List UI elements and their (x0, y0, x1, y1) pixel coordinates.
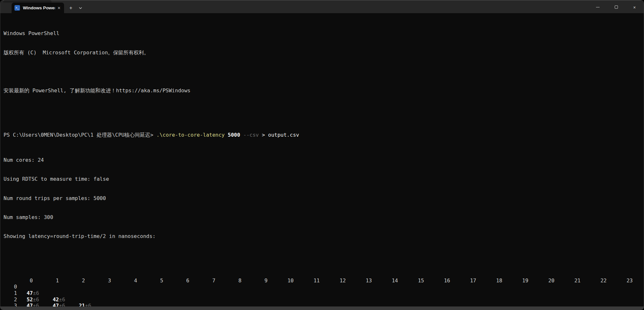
titlebar[interactable]: >_ Windows PowerShell ✕ + ✕ (0, 0, 644, 13)
matrix-corner (4, 278, 17, 284)
info-line: Num cores: 24 (4, 157, 644, 163)
minimize-button[interactable] (589, 1, 607, 14)
matrix-col-header: 7 (200, 278, 226, 284)
matrix-col-header: 14 (382, 278, 408, 284)
terminal-content: Windows PowerShell 版权所有 (C) Microsoft Co… (0, 13, 644, 306)
chevron-down-icon (79, 6, 82, 10)
matrix-col-header: 5 (147, 278, 174, 284)
command-flag: --csv (240, 132, 259, 138)
banner-line: 安装最新的 PowerShell, 了解新功能和改进！https://aka.m… (4, 87, 644, 94)
matrix-row: 0 (4, 284, 644, 290)
matrix-cell: 47±6 (17, 290, 43, 296)
info-line: Showing latency=round-trip-time/2 in nan… (4, 233, 644, 240)
command-line: PS C:\Users\0MEN\Desktop\PC\1 处理器\CPU核心间… (4, 132, 644, 138)
window-controls: ✕ (589, 1, 644, 14)
matrix-col-header: 21 (565, 278, 591, 284)
minimize-icon (596, 7, 600, 7)
matrix-col-header: 3 (95, 278, 121, 284)
matrix-col-header: 9 (252, 278, 278, 284)
blank-line (4, 106, 644, 113)
matrix-col-header: 19 (513, 278, 539, 284)
matrix-col-header: 0 (17, 278, 43, 284)
matrix-col-header: 1 (43, 278, 69, 284)
command-executable: .\core-to-core-latency (156, 132, 225, 138)
blank-line (4, 68, 644, 75)
matrix-col-header: 17 (460, 278, 487, 284)
info-line: Using RDTSC to measure time: false (4, 176, 644, 182)
matrix-col-header: 11 (304, 278, 330, 284)
matrix-col-header: 13 (356, 278, 382, 284)
matrix-col-header: 10 (278, 278, 304, 284)
matrix-row-label: 1 (4, 290, 17, 296)
powershell-icon: >_ (14, 5, 20, 11)
maximize-button[interactable] (607, 1, 625, 14)
new-tab-button[interactable]: + (66, 3, 76, 13)
banner-line: Windows PowerShell (4, 30, 644, 37)
matrix-col-header: 15 (408, 278, 434, 284)
matrix-col-header: 4 (121, 278, 147, 284)
tab-dropdown-button[interactable] (76, 3, 85, 13)
prompt-text: PS C:\Users\0MEN\Desktop\PC\1 处理器\CPU核心间… (4, 132, 156, 138)
matrix-col-header: 16 (434, 278, 460, 284)
matrix-row: 252±642±6 (4, 296, 644, 303)
matrix-row: 147±6 (4, 290, 644, 296)
banner-line: 版权所有 (C) Microsoft Corporation。保留所有权利。 (4, 50, 644, 56)
command-argument: 5000 (225, 132, 240, 138)
terminal-window: >_ Windows PowerShell ✕ + ✕ Windows Powe… (0, 0, 644, 310)
matrix-col-header: 20 (539, 278, 565, 284)
matrix-col-header: 2 (69, 278, 95, 284)
matrix-header-row: 01234567891011121314151617181920212223 (4, 278, 644, 284)
info-line: Num samples: 300 (4, 214, 644, 221)
tab-title: Windows PowerShell (23, 5, 55, 10)
window-bottom-edge (0, 306, 644, 310)
blank-line (4, 252, 644, 259)
close-button[interactable]: ✕ (625, 1, 644, 14)
matrix-col-header: 6 (174, 278, 200, 284)
error-margin: ±6 (33, 296, 39, 303)
tab-close-icon[interactable]: ✕ (57, 5, 61, 11)
latency-matrix: 0123456789101112131415161718192021222301… (4, 278, 644, 310)
error-margin: ±6 (33, 290, 39, 296)
matrix-col-header: 18 (487, 278, 513, 284)
matrix-col-header: 12 (330, 278, 356, 284)
matrix-cell: 42±6 (43, 296, 69, 303)
matrix-col-header: 22 (591, 278, 617, 284)
tab-windows-powershell[interactable]: >_ Windows PowerShell ✕ (12, 3, 64, 13)
background-window-artifact (3, 0, 52, 3)
close-icon: ✕ (633, 5, 636, 10)
matrix-col-header: 23 (617, 278, 643, 284)
matrix-cell: 52±6 (17, 296, 43, 303)
info-line: Num round trips per samples: 5000 (4, 195, 644, 202)
matrix-col-header: 8 (226, 278, 252, 284)
error-margin: ±6 (59, 296, 65, 303)
maximize-icon (615, 5, 618, 9)
command-redirect: > output.csv (259, 132, 299, 138)
matrix-row-label: 0 (4, 284, 17, 290)
matrix-row-label: 2 (4, 296, 17, 303)
